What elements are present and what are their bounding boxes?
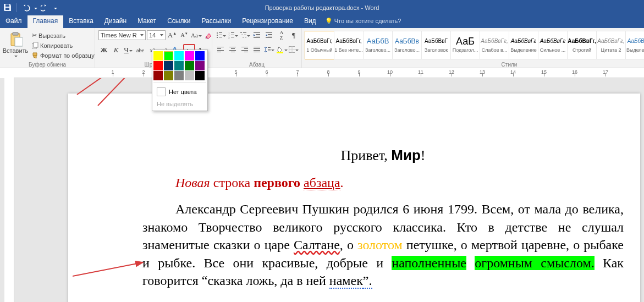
- svg-rect-31: [266, 32, 272, 33]
- increase-font-size-button[interactable]: A▲: [167, 30, 178, 41]
- page: Привет, Мир! Новая строка первого абзаца…: [68, 94, 640, 302]
- multilevel-list-button[interactable]: [240, 30, 251, 41]
- svg-rect-41: [229, 50, 236, 51]
- highlight-no-color[interactable]: Нет цвета: [153, 85, 206, 98]
- highlight-swatch[interactable]: [153, 71, 163, 80]
- style-thumbnail[interactable]: АаБбВвЗаголово...: [392, 31, 422, 59]
- vertical-ruler[interactable]: [4, 78, 14, 302]
- cut-button[interactable]: ✂Вырезать: [30, 31, 97, 40]
- svg-rect-21: [240, 32, 242, 33]
- bold-button[interactable]: Ж: [98, 45, 109, 56]
- svg-rect-47: [254, 47, 260, 47]
- tab-design[interactable]: Дизайн: [99, 15, 132, 28]
- highlight-swatch[interactable]: [195, 71, 205, 80]
- decrease-indent-button[interactable]: [252, 30, 263, 41]
- paste-label: Вставить: [3, 47, 29, 54]
- svg-point-13: [217, 37, 218, 38]
- style-thumbnail[interactable]: АаБбВвГЗаголовок: [421, 31, 451, 59]
- svg-rect-42: [231, 52, 235, 52]
- highlight-swatch[interactable]: [164, 61, 173, 70]
- style-thumbnail[interactable]: АаБбВвГг,Слабое в...: [480, 31, 509, 59]
- justify-button[interactable]: [252, 44, 263, 55]
- svg-rect-23: [241, 35, 243, 35]
- shading-button[interactable]: [276, 44, 287, 55]
- tab-view[interactable]: Вид: [299, 15, 322, 28]
- format-painter-icon: [32, 52, 38, 59]
- borders-button[interactable]: [288, 44, 299, 55]
- change-case-button[interactable]: Aa: [191, 30, 202, 41]
- bullets-button[interactable]: [216, 30, 227, 41]
- document-body[interactable]: Привет, Мир! Новая строка первого абзаца…: [142, 146, 624, 289]
- svg-rect-28: [256, 34, 260, 35]
- highlight-swatch[interactable]: [164, 71, 173, 80]
- numbering-button[interactable]: 123: [228, 30, 239, 41]
- tab-home[interactable]: Главная: [27, 15, 64, 28]
- svg-rect-39: [229, 47, 236, 47]
- line-spacing-button[interactable]: [264, 44, 275, 55]
- decrease-font-size-button[interactable]: A▼: [179, 30, 190, 41]
- highlight-swatch[interactable]: [185, 71, 194, 80]
- tab-layout[interactable]: Макет: [132, 15, 162, 28]
- style-thumbnail[interactable]: АаБбВвГг,Цитата 2: [596, 31, 626, 59]
- svg-rect-36: [217, 48, 221, 49]
- svg-rect-48: [254, 48, 260, 49]
- tab-file[interactable]: Файл: [0, 15, 27, 28]
- highlight-swatch[interactable]: [153, 51, 163, 61]
- strikethrough-button[interactable]: abc: [135, 45, 146, 56]
- highlight-swatch[interactable]: [185, 61, 194, 70]
- svg-rect-4: [13, 32, 18, 35]
- style-thumbnail[interactable]: АаБбВвГг,1 Обычный: [305, 31, 334, 59]
- align-left-button[interactable]: [216, 44, 227, 55]
- svg-rect-26: [245, 37, 246, 37]
- tab-mailings[interactable]: Рассылки: [196, 15, 236, 28]
- paste-button[interactable]: Вставить: [3, 30, 27, 57]
- svg-rect-53: [268, 51, 271, 51]
- styles-gallery[interactable]: АаБбВвГг,1 ОбычныйАаБбВвГг,1 Без инте...…: [305, 31, 644, 59]
- highlight-swatch[interactable]: [164, 51, 173, 61]
- style-thumbnail[interactable]: АаБбВвГгСильное ...: [538, 31, 568, 59]
- svg-rect-20: [231, 37, 234, 37]
- font-size-combo[interactable]: 14: [147, 30, 166, 40]
- style-thumbnail[interactable]: АаБбВвГг,Строгий: [567, 31, 597, 59]
- style-thumbnail[interactable]: АаБбВвГгВыделение: [509, 31, 538, 59]
- scissors-icon: ✂: [32, 32, 37, 39]
- highlight-swatch[interactable]: [174, 51, 184, 61]
- tell-me[interactable]: 💡 Что вы хотите сделать?: [325, 15, 401, 28]
- highlight-swatch[interactable]: [174, 61, 184, 70]
- svg-line-58: [77, 78, 154, 95]
- paste-more-icon[interactable]: [14, 56, 18, 59]
- tab-insert[interactable]: Вставка: [63, 15, 99, 28]
- svg-rect-40: [231, 48, 235, 49]
- highlight-swatch[interactable]: [153, 61, 163, 70]
- tab-references[interactable]: Ссылки: [162, 15, 196, 28]
- highlight-stop[interactable]: Не выделять: [153, 98, 206, 109]
- svg-rect-29: [256, 36, 260, 36]
- format-painter-button[interactable]: Формат по образцу: [30, 51, 97, 60]
- tab-review[interactable]: Рецензирование: [236, 15, 299, 28]
- highlight-swatch[interactable]: [174, 71, 184, 80]
- style-thumbnail[interactable]: АаБПодзагол...: [450, 31, 480, 59]
- align-center-button[interactable]: [228, 44, 239, 55]
- font-name-combo[interactable]: Times New R: [98, 30, 146, 40]
- svg-rect-30: [254, 37, 260, 38]
- sort-button[interactable]: AZ: [276, 30, 287, 41]
- highlight-swatch[interactable]: [195, 61, 205, 70]
- svg-rect-43: [241, 47, 248, 47]
- svg-text:3: 3: [228, 36, 230, 39]
- svg-rect-32: [268, 34, 272, 35]
- highlight-swatch[interactable]: [185, 51, 194, 61]
- horizontal-ruler[interactable]: 1234567891011121314151617: [14, 68, 644, 78]
- underline-button[interactable]: Ч: [123, 45, 134, 56]
- increase-indent-button[interactable]: [264, 30, 275, 41]
- clipboard-group: Вставить ✂Вырезать Копировать Формат по …: [0, 28, 95, 69]
- style-thumbnail[interactable]: АаБбВЗаголово...: [363, 31, 393, 59]
- svg-rect-18: [231, 35, 234, 35]
- svg-rect-44: [244, 48, 248, 49]
- italic-button[interactable]: К: [111, 45, 122, 56]
- align-right-button[interactable]: [240, 44, 251, 55]
- style-thumbnail[interactable]: АаБбВвГгВыделенн...: [625, 31, 644, 59]
- style-thumbnail[interactable]: АаБбВвГг,1 Без инте...: [334, 31, 364, 59]
- highlight-swatch[interactable]: [195, 51, 205, 61]
- show-marks-button[interactable]: ¶: [288, 30, 299, 41]
- copy-button[interactable]: Копировать: [30, 41, 97, 50]
